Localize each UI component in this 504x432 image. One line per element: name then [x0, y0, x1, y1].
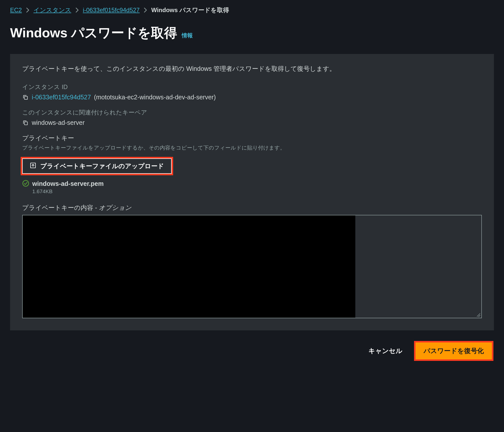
private-key-help: プライベートキーファイルをアップロードするか、その内容をコピーして下のフィールド…: [22, 144, 482, 151]
instance-id-link[interactable]: i-0633ef015fc94d527: [32, 94, 91, 101]
uploaded-file-row: windows-ad-server.pem 1.674KB: [22, 180, 482, 194]
svg-point-3: [23, 180, 28, 186]
keypair-name: windows-ad-server: [32, 119, 85, 126]
copy-icon[interactable]: [22, 94, 29, 101]
private-key-title: プライベートキー: [22, 134, 482, 142]
private-key-textarea-wrap: [22, 215, 482, 318]
private-key-content-label: プライベートキーの内容 - オプション: [22, 204, 482, 212]
breadcrumb-current: Windows パスワードを取得: [151, 6, 229, 14]
chevron-right-icon: [26, 7, 29, 13]
upload-icon: [30, 162, 36, 170]
chevron-right-icon: [144, 7, 147, 13]
chevron-right-icon: [75, 7, 79, 13]
page-title: Windows パスワードを取得: [10, 24, 177, 42]
cancel-button[interactable]: キャンセル: [363, 343, 407, 359]
upload-button-label: プライベートキーファイルのアップロード: [40, 162, 164, 170]
breadcrumb-link-instance-id[interactable]: i-0633ef015fc94d527: [83, 7, 140, 14]
uploaded-file-size: 1.674KB: [32, 188, 104, 194]
upload-private-key-button[interactable]: プライベートキーファイルのアップロード: [22, 158, 172, 174]
breadcrumb: EC2 インスタンス i-0633ef015fc94d527 Windows パ…: [10, 6, 494, 14]
keypair-label: このインスタンスに関連付けられたキーペア: [22, 108, 482, 117]
svg-rect-0: [24, 96, 27, 99]
success-check-icon: [22, 180, 29, 188]
decrypt-password-button[interactable]: パスワードを復号化: [416, 342, 492, 359]
svg-rect-1: [24, 122, 27, 125]
breadcrumb-link-ec2[interactable]: EC2: [10, 7, 22, 14]
page-title-row: Windows パスワードを取得 情報: [10, 24, 494, 42]
keypair-row: windows-ad-server: [22, 119, 482, 126]
copy-icon[interactable]: [22, 120, 29, 126]
resize-grip-icon[interactable]: [476, 312, 480, 317]
instance-id-label: インスタンス ID: [22, 83, 482, 91]
private-key-textarea[interactable]: [23, 215, 481, 318]
footer-actions: キャンセル パスワードを復号化: [10, 342, 494, 359]
info-link[interactable]: 情報: [182, 32, 193, 39]
panel-intro-text: プライベートキーを使って、このインスタンスの最初の Windows 管理者パスワ…: [22, 65, 482, 73]
instance-id-row: i-0633ef015fc94d527 (mototsuka-ec2-windo…: [22, 94, 482, 101]
breadcrumb-link-instances[interactable]: インスタンス: [34, 6, 71, 14]
instance-name-paren: (mototsuka-ec2-windows-ad-dev-ad-server): [94, 94, 216, 101]
main-panel: プライベートキーを使って、このインスタンスの最初の Windows 管理者パスワ…: [10, 54, 494, 330]
uploaded-file-name: windows-ad-server.pem: [32, 180, 104, 187]
